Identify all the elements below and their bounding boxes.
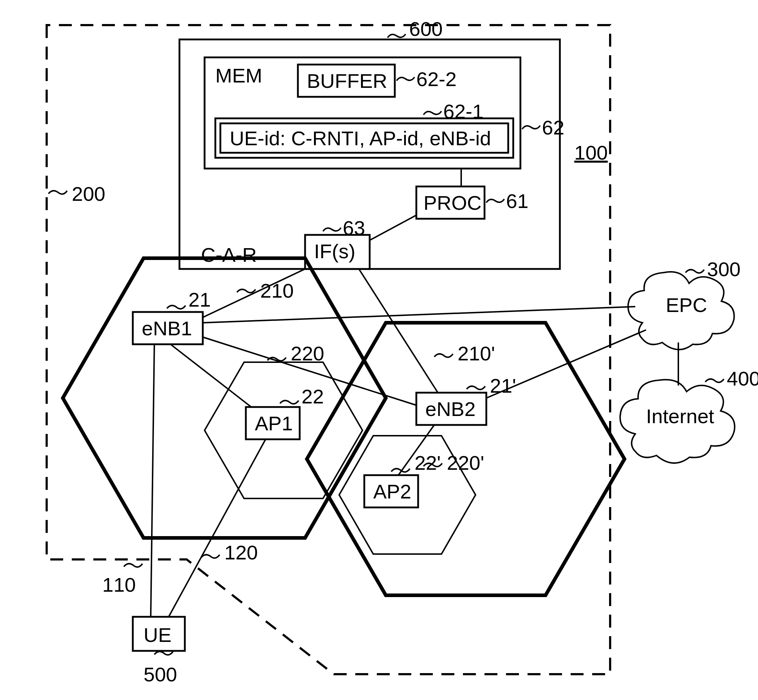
link-ue-enb1 [151, 344, 154, 617]
svg-text:220: 220 [291, 342, 324, 365]
svg-text:600: 600 [409, 17, 443, 40]
svg-text:63: 63 [343, 217, 365, 239]
svg-text:21': 21' [490, 374, 516, 397]
internet-label: Internet [646, 405, 714, 427]
mem-label: MEM [215, 64, 262, 87]
diagram-canvas: C-A-R MEM BUFFER UE-id: C-RNTI, AP-id, e… [0, 0, 758, 700]
svg-text:500: 500 [144, 663, 177, 686]
proc-label: PROC [423, 192, 482, 214]
ap2-label: AP2 [373, 480, 411, 503]
ap1-label: AP1 [255, 412, 293, 434]
svg-text:22': 22' [415, 452, 441, 474]
svg-text:300: 300 [707, 258, 741, 280]
svg-text:200: 200 [72, 183, 105, 205]
svg-text:62-1: 62-1 [443, 100, 484, 123]
ue-label: UE [144, 623, 172, 646]
enb1-label: eNB1 [142, 317, 192, 340]
svg-text:100: 100 [574, 141, 608, 164]
epc-label: EPC [666, 294, 707, 316]
cell-210 [63, 258, 386, 538]
car-label: C-A-R [201, 244, 257, 266]
svg-text:21: 21 [188, 288, 211, 311]
svg-text:120: 120 [224, 541, 258, 564]
svg-text:62: 62 [542, 116, 564, 139]
svg-text:22: 22 [301, 385, 324, 408]
link-enb1-epc [203, 306, 635, 323]
link-enb1-ap1 [171, 344, 251, 407]
svg-text:400: 400 [727, 367, 758, 390]
buffer-label: BUFFER [307, 70, 387, 92]
record-label: UE-id: C-RNTI, AP-id, eNB-id [230, 127, 491, 150]
svg-text:62-2: 62-2 [416, 68, 457, 91]
link-ue-ap1 [169, 439, 266, 617]
svg-text:61: 61 [506, 190, 528, 212]
svg-text:220': 220' [447, 452, 484, 474]
ifs-label: IF(s) [314, 240, 356, 262]
svg-text:210: 210 [260, 279, 294, 302]
svg-text:210': 210' [457, 342, 495, 365]
enb2-label: eNB2 [425, 398, 476, 420]
svg-text:110: 110 [102, 573, 136, 596]
